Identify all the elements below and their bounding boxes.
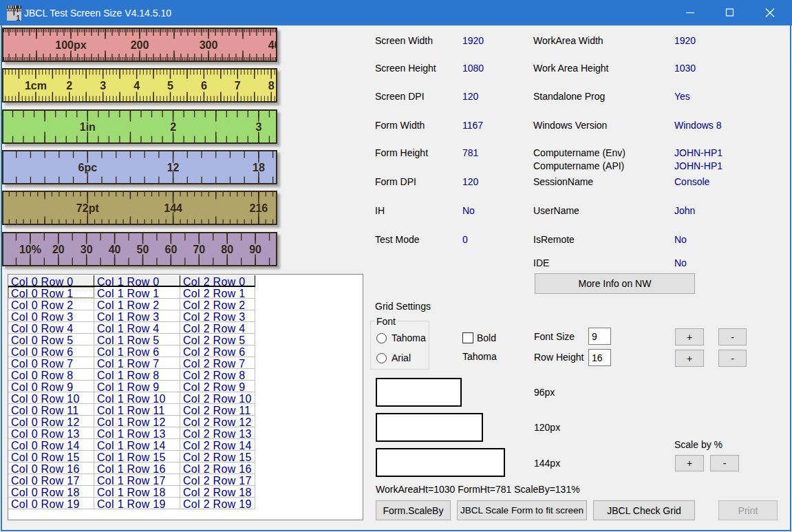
svg-text:1in: 1in <box>80 121 96 133</box>
svg-text:50: 50 <box>137 244 149 255</box>
svg-text:1: 1 <box>17 14 21 21</box>
svg-text:5: 5 <box>167 80 173 92</box>
svg-text:18: 18 <box>253 162 265 173</box>
svg-text:80: 80 <box>221 244 233 255</box>
svg-text:6pc: 6pc <box>78 162 98 173</box>
svg-text:90: 90 <box>249 244 261 255</box>
svg-text:300: 300 <box>200 39 218 51</box>
svg-text:3: 3 <box>100 80 106 92</box>
svg-text:8: 8 <box>268 80 275 92</box>
svg-text:10%: 10% <box>19 244 41 255</box>
svg-text:30: 30 <box>81 244 93 255</box>
svg-text:216: 216 <box>250 202 268 214</box>
svg-text:40: 40 <box>109 244 121 255</box>
svg-text:60: 60 <box>165 244 178 255</box>
svg-text:70: 70 <box>193 244 205 255</box>
svg-text:2: 2 <box>170 121 176 133</box>
svg-text:2: 2 <box>66 80 72 92</box>
svg-text:200: 200 <box>131 39 149 51</box>
svg-text:7: 7 <box>235 80 241 92</box>
svg-text:20: 20 <box>52 244 65 255</box>
svg-text:12: 12 <box>167 162 180 173</box>
svg-text:3: 3 <box>255 121 261 133</box>
svg-text:400: 400 <box>268 39 277 51</box>
svg-text:144: 144 <box>164 202 182 214</box>
svg-text:4: 4 <box>133 80 140 92</box>
svg-text:100px: 100px <box>55 39 86 51</box>
svg-text:72pt: 72pt <box>76 202 100 214</box>
svg-text:6: 6 <box>201 80 207 92</box>
svg-text:1cm: 1cm <box>25 80 47 92</box>
